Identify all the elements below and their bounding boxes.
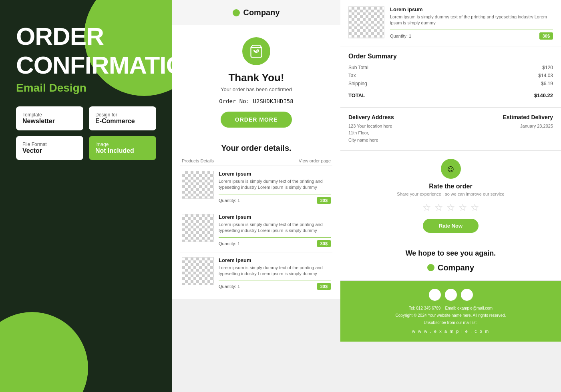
right-product-image: [348, 6, 384, 38]
badge-design: Design for E-Commerce: [89, 106, 156, 130]
product-desc-2: Lorem ipsum is simply dummy text of the …: [219, 222, 331, 234]
social-icon-1[interactable]: [429, 289, 441, 301]
summary-subtotal-label: Sub Total: [348, 65, 368, 70]
product-row-1: Lorem ipsum Lorem ipsum is simply dummy …: [180, 166, 332, 209]
table-header-right[interactable]: View order page: [299, 158, 331, 163]
summary-total-label: TOTAL: [348, 92, 365, 98]
email-container: Company Thank You! Your order has been c…: [172, 0, 340, 299]
badge-template-label: Template: [22, 112, 77, 118]
company-row: Company: [348, 263, 553, 272]
right-product-price: 30$: [539, 32, 553, 40]
rate-title: Rate the order: [348, 183, 553, 190]
summary-total-value: $140.22: [534, 92, 553, 98]
rate-subtitle: Share your experience , so we can improv…: [348, 192, 553, 196]
email-header: Company: [172, 0, 340, 25]
summary-subtotal-value: $120: [542, 65, 553, 70]
delivery-title: Delivery Address: [348, 114, 451, 120]
summary-row-subtotal: Sub Total $120: [348, 65, 553, 70]
right-product-desc: Lorem ipsum is simply dummy text of the …: [390, 14, 553, 26]
order-more-button[interactable]: ORDER MORE: [221, 112, 292, 128]
estimated-delivery: Estimated Delivery January 23,2025: [451, 114, 553, 144]
company-name: Company: [243, 8, 279, 17]
product-desc-3: Lorem ipsum is simply dummy text of the …: [219, 265, 331, 277]
summary-shipping-value: $6.19: [541, 81, 553, 86]
product-title-2: Lorem ipsum: [219, 214, 331, 220]
see-again-text: We hope to see you again.: [348, 249, 553, 258]
badge-template: Template Newsletter: [16, 106, 83, 130]
product-qty-3: Quantity: 1: [219, 284, 240, 289]
product-price-1: 30$: [317, 197, 331, 204]
summary-row-total: TOTAL $140.22: [348, 89, 553, 98]
social-icon-2[interactable]: [445, 289, 457, 301]
order-details-section: Your order details. Products Details Vie…: [172, 136, 340, 299]
right-product-info: Lorem ipsum Lorem ipsum is simply dummy …: [390, 6, 553, 40]
product-image-1: [182, 171, 214, 199]
footer-section: Tel: 012 345 6789 Email: example@mail.co…: [340, 281, 561, 342]
estimated-date: January 23,2025: [451, 123, 553, 130]
star-4[interactable]: ☆: [458, 202, 467, 213]
product-qty-2: Quantity: 1: [219, 241, 240, 246]
rate-now-button[interactable]: Rate Now: [423, 219, 479, 233]
badge-grid: Template Newsletter Design for E-Commerc…: [16, 106, 156, 160]
delivery-section: Delivery Address 123 Your location here …: [340, 108, 561, 151]
star-2[interactable]: ☆: [434, 202, 443, 213]
company-dot-footer-icon: [427, 264, 434, 271]
summary-tax-value: $14.03: [538, 73, 553, 78]
star-1[interactable]: ☆: [422, 202, 431, 213]
product-info-1: Lorem ipsum Lorem ipsum is simply dummy …: [219, 171, 331, 204]
star-3[interactable]: ☆: [446, 202, 455, 213]
product-qty-1: Quantity: 1: [219, 198, 240, 203]
product-price-2: 30$: [317, 240, 331, 247]
product-row-3: Lorem ipsum Lorem ipsum is simply dummy …: [180, 252, 332, 296]
product-image-2: [182, 214, 214, 242]
product-price-3: 30$: [317, 283, 331, 290]
right-product-title: Lorem ipsum: [390, 6, 553, 12]
main-title-line2: CONFIRMATION: [16, 53, 156, 78]
bag-icon: [242, 37, 270, 65]
company-dot-icon: [233, 9, 240, 16]
footer-tel: Tel: 012 345 6789: [409, 306, 441, 310]
order-details-title: Your order details.: [180, 144, 332, 153]
delivery-line3: City name here: [348, 137, 451, 144]
order-no-value: U2SHDKJHDI58: [253, 98, 294, 104]
product-title-3: Lorem ipsum: [219, 257, 331, 263]
table-header-left: Products Details: [182, 158, 214, 163]
right-email: Lorem ipsum Lorem ipsum is simply dummy …: [340, 0, 561, 342]
product-info-2: Lorem ipsum Lorem ipsum is simply dummy …: [219, 214, 331, 247]
main-title-line1: ORDER: [16, 24, 156, 49]
thank-you-text: Thank You!: [184, 72, 328, 84]
summary-row-tax: Tax $14.03: [348, 73, 553, 78]
badge-image-label: Image: [95, 142, 150, 147]
right-panel: Lorem ipsum Lorem ipsum is simply dummy …: [340, 0, 561, 392]
social-icon-3[interactable]: [461, 289, 473, 301]
order-no-label: Order No:: [219, 98, 249, 104]
subtitle1: Email Design: [16, 82, 156, 94]
footer-contact: Tel: 012 345 6789 Email: example@mail.co…: [348, 305, 553, 312]
summary-tax-label: Tax: [348, 73, 356, 78]
summary-row-shipping: Shipping $6.19: [348, 81, 553, 86]
see-again-section: We hope to see you again. Company: [340, 241, 561, 281]
order-number: Order No: U2SHDKJHDI58: [184, 98, 328, 104]
delivery-address: Delivery Address 123 Your location here …: [348, 114, 451, 144]
delivery-line2: 11th Floor,: [348, 130, 451, 137]
footer-unsub[interactable]: Unsubscribe from our mail list.: [348, 319, 553, 326]
product-title-1: Lorem ipsum: [219, 171, 331, 177]
badge-image-value: Not Included: [95, 147, 150, 154]
rate-section: ☺ Rate the order Share your experience ,…: [340, 151, 561, 241]
product-info-3: Lorem ipsum Lorem ipsum is simply dummy …: [219, 257, 331, 290]
summary-shipping-label: Shipping: [348, 81, 367, 86]
badge-format: File Format Vector: [16, 136, 83, 160]
footer-company-name: Company: [438, 263, 474, 272]
badge-template-value: Newsletter: [22, 118, 77, 125]
badge-design-label: Design for: [95, 112, 150, 118]
confirmed-text: Your order has been confirmed: [184, 86, 328, 92]
email-hero: Thank You! Your order has been confirmed…: [172, 25, 340, 136]
estimated-title: Estimated Delivery: [451, 114, 553, 120]
right-product-row: Lorem ipsum Lorem ipsum is simply dummy …: [340, 0, 561, 46]
product-desc-1: Lorem ipsum is simply dummy text of the …: [219, 178, 331, 191]
social-icons: [348, 289, 553, 301]
star-5[interactable]: ☆: [471, 202, 479, 213]
summary-title: Order Summary: [348, 53, 553, 60]
right-product-qty: Quantity: 1: [390, 34, 411, 38]
order-summary-section: Order Summary Sub Total $120 Tax $14.03 …: [340, 46, 561, 108]
